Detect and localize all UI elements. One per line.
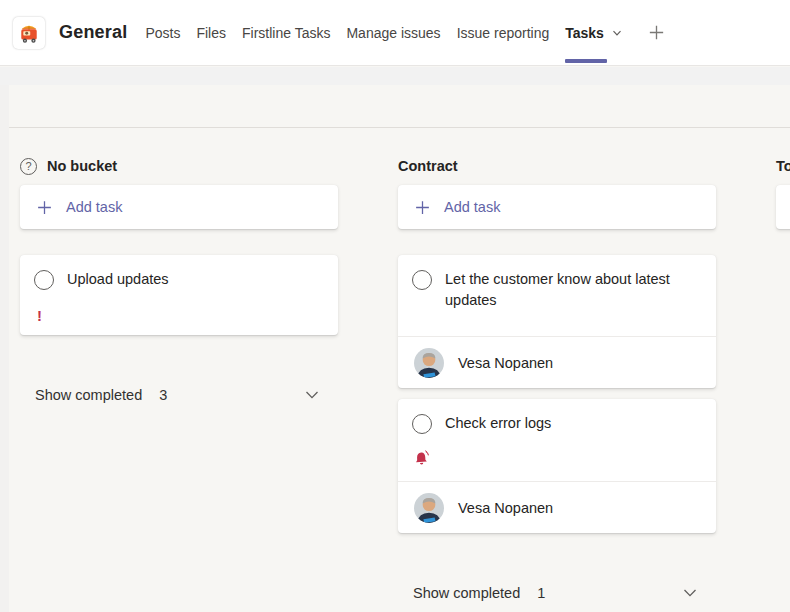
task-title: Let the customer know about latest updat… bbox=[445, 269, 702, 311]
chevron-down-icon[interactable] bbox=[611, 27, 623, 39]
channel-tab-bar: General Posts Files Firstline Tasks Mana… bbox=[0, 0, 790, 66]
assignee-row: Vesa Nopanen bbox=[398, 481, 716, 533]
task-complete-checkbox[interactable] bbox=[34, 270, 54, 290]
avatar bbox=[414, 348, 444, 378]
bucket-column-contract: Contract Add task Let the customer know … bbox=[398, 128, 716, 603]
add-task-label: Add task bbox=[444, 199, 500, 215]
active-tab-underline bbox=[565, 59, 607, 63]
task-card-upload-updates[interactable]: Upload updates ! bbox=[20, 255, 338, 335]
show-completed-toggle[interactable]: Show completed 1 bbox=[398, 583, 716, 603]
task-card-check-error-logs[interactable]: Check error logs Vesa bbox=[398, 399, 716, 533]
task-complete-checkbox[interactable] bbox=[412, 414, 432, 434]
channel-title: General bbox=[59, 22, 127, 43]
completed-count: 1 bbox=[537, 585, 545, 601]
priority-urgent-bell-icon bbox=[413, 450, 430, 467]
assignee-name: Vesa Nopanen bbox=[458, 355, 553, 371]
tab-manage-issues[interactable]: Manage issues bbox=[338, 0, 448, 65]
plus-icon bbox=[36, 199, 53, 216]
task-card-body: Check error logs bbox=[398, 399, 716, 481]
tab-files[interactable]: Files bbox=[188, 0, 234, 65]
completed-count: 3 bbox=[159, 387, 167, 403]
add-task-button[interactable]: Add task bbox=[398, 185, 716, 229]
bucket-title: To bbox=[776, 158, 790, 174]
bucket-header: ? No bucket bbox=[20, 156, 338, 176]
chevron-down-icon[interactable] bbox=[302, 385, 322, 405]
task-card-let-customer-know[interactable]: Let the customer know about latest updat… bbox=[398, 255, 716, 388]
tab-issue-reporting[interactable]: Issue reporting bbox=[449, 0, 558, 65]
show-completed-toggle[interactable]: Show completed 3 bbox=[20, 385, 338, 405]
plus-icon bbox=[647, 23, 666, 42]
chevron-down-icon[interactable] bbox=[680, 583, 700, 603]
help-icon[interactable]: ? bbox=[20, 158, 37, 175]
priority-important-icon: ! bbox=[37, 307, 42, 324]
plus-icon bbox=[414, 199, 431, 216]
bucket-title: No bucket bbox=[47, 158, 117, 174]
task-title: Upload updates bbox=[67, 269, 169, 290]
bucket-header: Contract bbox=[398, 156, 716, 176]
show-completed-label: Show completed bbox=[35, 387, 142, 403]
show-completed-label: Show completed bbox=[413, 585, 520, 601]
task-card-body: Let the customer know about latest updat… bbox=[398, 255, 716, 336]
tab-firstline-tasks[interactable]: Firstline Tasks bbox=[234, 0, 338, 65]
add-task-button[interactable]: Add task bbox=[776, 185, 790, 229]
team-logo-icon bbox=[13, 17, 45, 49]
bucket-title: Contract bbox=[398, 158, 458, 174]
task-complete-checkbox[interactable] bbox=[412, 270, 432, 290]
avatar bbox=[414, 493, 444, 523]
bucket-column-clipped: To Add task bbox=[776, 128, 790, 229]
tab-posts[interactable]: Posts bbox=[137, 0, 188, 65]
add-task-button[interactable]: Add task bbox=[20, 185, 338, 229]
tab-strip: Posts Files Firstline Tasks Manage issue… bbox=[137, 0, 630, 65]
assignee-name: Vesa Nopanen bbox=[458, 500, 553, 516]
panel-left-gutter bbox=[0, 85, 9, 612]
add-task-label: Add task bbox=[66, 199, 122, 215]
task-card-body: Upload updates bbox=[20, 255, 338, 290]
food-truck-icon bbox=[16, 20, 42, 46]
tab-tasks-active[interactable]: Tasks bbox=[557, 0, 631, 65]
bucket-header: To bbox=[776, 156, 790, 176]
add-tab-button[interactable] bbox=[647, 23, 666, 42]
bucket-column-no-bucket: ? No bucket Add task Upload updates ! Sh… bbox=[20, 128, 338, 405]
task-title: Check error logs bbox=[445, 413, 551, 434]
app-toolbar-band bbox=[0, 67, 790, 85]
assignee-row: Vesa Nopanen bbox=[398, 336, 716, 388]
